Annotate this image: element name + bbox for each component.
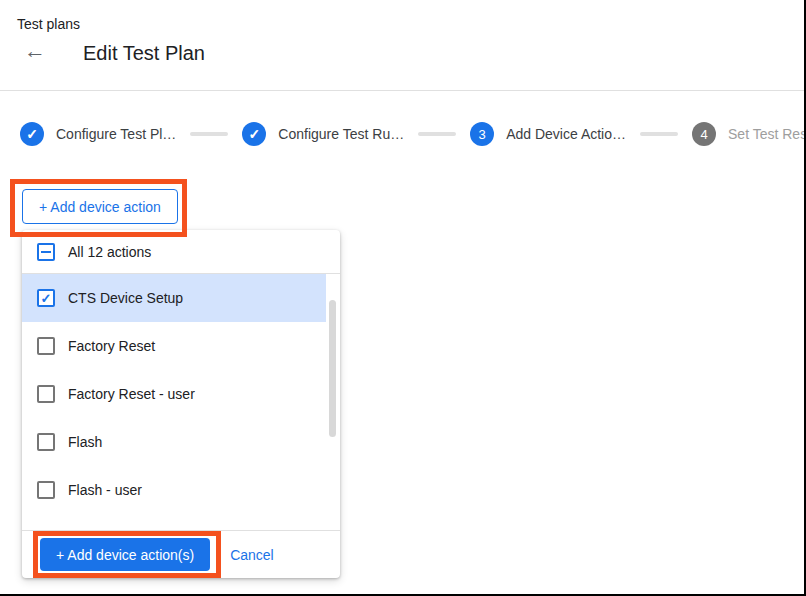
stepper: ✓ Configure Test Pl… ✓ Configure Test Ru… [20,121,806,147]
step-add-device-actions[interactable]: 3 Add Device Actio… [470,122,626,146]
step-3-number-badge: 3 [470,122,494,146]
option-row-flash[interactable]: Flash [22,418,326,466]
select-all-label: All 12 actions [68,244,151,260]
step-2-check-icon: ✓ [242,122,266,146]
breadcrumb: Test plans [17,16,80,32]
option-row-flash-user[interactable]: Flash - user [22,466,326,514]
step-3-label: Add Device Actio… [506,126,626,142]
step-connector [190,132,228,136]
option-row-factory-reset-user[interactable]: Factory Reset - user [22,370,326,418]
select-all-checkbox-indeterminate-icon[interactable] [37,243,55,261]
option-label: CTS Device Setup [68,290,183,306]
option-row-factory-reset[interactable]: Factory Reset [22,322,326,370]
step-4-number-badge: 4 [692,122,716,146]
checkbox-unchecked-icon[interactable] [37,385,55,403]
option-label: Factory Reset - user [68,386,195,402]
device-action-dropdown: All 12 actions ✓ CTS Device Setup Factor… [22,230,340,578]
add-device-actions-confirm-button[interactable]: + Add device action(s) [40,538,210,571]
device-action-list: ✓ CTS Device Setup Factory Reset Factory… [22,274,340,530]
checkbox-checked-icon[interactable]: ✓ [37,289,55,307]
page-title: Edit Test Plan [83,42,205,65]
back-arrow-icon[interactable]: ← [24,40,46,62]
add-device-action-button[interactable]: + Add device action [22,189,178,224]
cancel-button[interactable]: Cancel [230,547,274,563]
step-connector [418,132,456,136]
option-label: Flash [68,434,102,450]
checkbox-unchecked-icon[interactable] [37,433,55,451]
dropdown-footer: + Add device action(s) Cancel [22,530,340,578]
step-connector [640,132,678,136]
step-set-test-resources[interactable]: 4 Set Test Resourc… [692,122,806,146]
option-label: Factory Reset [68,338,155,354]
step-2-label: Configure Test Ru… [278,126,404,142]
step-4-label: Set Test Resourc… [728,126,806,142]
step-configure-test-plan[interactable]: ✓ Configure Test Pl… [20,122,176,146]
step-1-label: Configure Test Pl… [56,126,176,142]
scrollbar-thumb[interactable] [329,300,336,437]
select-all-actions-row[interactable]: All 12 actions [22,230,340,273]
step-configure-test-run[interactable]: ✓ Configure Test Ru… [242,122,404,146]
checkbox-unchecked-icon[interactable] [37,481,55,499]
option-row-cts-device-setup[interactable]: ✓ CTS Device Setup [22,274,326,322]
option-label: Flash - user [68,482,142,498]
edit-test-plan-screen: Test plans ← Edit Test Plan ✓ Configure … [0,0,806,596]
checkbox-unchecked-icon[interactable] [37,337,55,355]
header-divider [0,90,804,91]
step-1-check-icon: ✓ [20,122,44,146]
